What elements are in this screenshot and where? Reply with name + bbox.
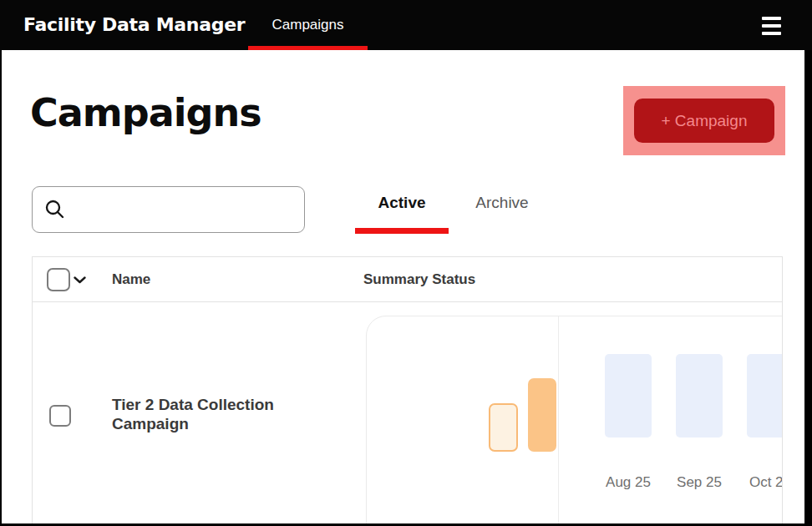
month-column: Oct 25 bbox=[747, 354, 783, 491]
page-content: Campaigns + Campaign Active Archive Name… bbox=[2, 50, 804, 523]
select-all-checkbox[interactable] bbox=[47, 268, 70, 291]
table-header: Name Summary Status bbox=[33, 257, 782, 302]
upcoming-months: Aug 25Sep 25Oct 25 bbox=[605, 354, 783, 491]
month-placeholder-bar bbox=[747, 354, 783, 437]
nav-active-underline bbox=[248, 46, 368, 50]
search-input[interactable] bbox=[73, 193, 304, 226]
app-title: Facility Data Manager bbox=[23, 0, 245, 50]
status-bar-filled bbox=[528, 378, 556, 452]
status-bar-outlined bbox=[489, 403, 518, 452]
row-checkbox[interactable] bbox=[49, 405, 71, 427]
month-label: Sep 25 bbox=[677, 474, 722, 491]
campaigns-table: Name Summary Status Tier 2 Data Collecti… bbox=[32, 256, 783, 523]
tab-archive[interactable]: Archive bbox=[450, 194, 554, 234]
month-column: Aug 25 bbox=[605, 354, 652, 491]
search-box[interactable] bbox=[32, 186, 305, 233]
add-campaign-button[interactable]: + Campaign bbox=[634, 99, 774, 143]
column-header-status: Summary Status bbox=[363, 257, 475, 302]
table-body: Tier 2 Data Collection Campaign Aug 25Se… bbox=[33, 302, 782, 523]
hamburger-menu-icon[interactable] bbox=[762, 17, 781, 35]
column-header-name: Name bbox=[112, 257, 150, 302]
nav-tab-label: Campaigns bbox=[272, 17, 344, 33]
chevron-down-icon[interactable] bbox=[74, 276, 86, 284]
chart-divider bbox=[558, 316, 559, 523]
month-placeholder-bar bbox=[605, 354, 652, 437]
summary-status-chart: Aug 25Sep 25Oct 25 bbox=[366, 316, 783, 523]
campaign-name-link[interactable]: Tier 2 Data Collection Campaign bbox=[112, 395, 321, 433]
top-app-bar: Facility Data Manager Campaigns bbox=[0, 0, 812, 50]
nav-tab-campaigns[interactable]: Campaigns bbox=[248, 0, 368, 50]
tab-active-underline bbox=[355, 228, 449, 234]
month-label: Oct 25 bbox=[749, 474, 783, 491]
month-label: Aug 25 bbox=[606, 474, 651, 491]
campaign-button-highlight: + Campaign bbox=[623, 86, 785, 155]
search-icon bbox=[44, 199, 66, 220]
current-bars bbox=[489, 378, 556, 452]
month-column: Sep 25 bbox=[676, 354, 723, 491]
page-title: Campaigns bbox=[30, 90, 261, 135]
month-placeholder-bar bbox=[676, 354, 723, 437]
